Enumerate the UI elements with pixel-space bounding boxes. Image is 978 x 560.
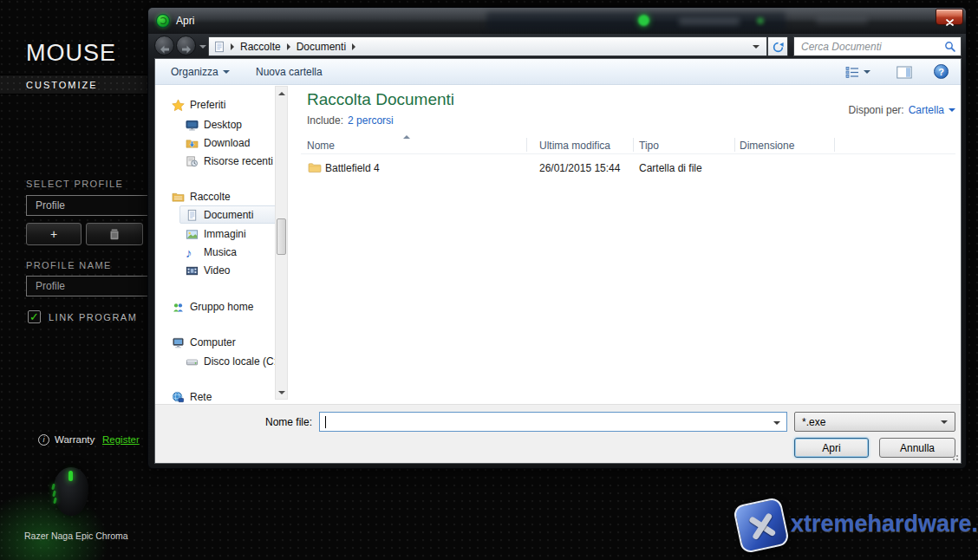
resize-grip-icon[interactable]: [949, 452, 958, 460]
new-folder-button[interactable]: Nuova cartella: [249, 59, 329, 85]
preview-pane-button[interactable]: [893, 59, 916, 85]
desktop-icon: [186, 119, 199, 132]
delete-profile-button[interactable]: [86, 223, 143, 245]
sort-ascending-icon: [403, 135, 410, 139]
tab-customize-label: CUSTOMIZE: [26, 80, 98, 90]
column-header-tipo[interactable]: Tipo: [639, 140, 659, 152]
sidebar-item-immagini[interactable]: Immagini: [186, 226, 246, 242]
sidebar-item-gruppo-home[interactable]: Gruppo home: [172, 299, 253, 315]
back-button[interactable]: [154, 36, 174, 55]
documents-library-icon: [186, 209, 199, 222]
warranty-label: Warranty: [55, 434, 95, 445]
filename-input[interactable]: [324, 414, 762, 429]
screen: MOUSE CUSTOMIZE SELECT PROFILE Profile +…: [0, 0, 978, 560]
open-button[interactable]: Apri: [794, 438, 869, 458]
register-link[interactable]: Register: [102, 434, 140, 445]
forward-icon: [181, 42, 192, 50]
help-button[interactable]: ?: [934, 64, 949, 79]
table-row[interactable]: Battlefield 4 26/01/2015 15:44 Cartella …: [303, 160, 955, 177]
sidebar-item-preferiti[interactable]: Preferiti: [172, 97, 225, 113]
videos-library-icon: [186, 264, 199, 277]
dialog-client-area: Organizza Nuova cartella: [154, 58, 962, 464]
chevron-down-icon: [864, 70, 870, 74]
sidebar-item-disco-locale[interactable]: Disco locale (C:): [186, 354, 280, 369]
profile-select[interactable]: Profile: [26, 195, 163, 216]
chevron-down-icon: [941, 420, 948, 424]
dialog-titlebar[interactable]: Apri: [148, 8, 966, 34]
breadcrumb-sep-icon[interactable]: [352, 43, 355, 50]
profile-select-value: Profile: [36, 199, 65, 212]
open-file-dialog: Apri: [147, 7, 967, 469]
library-title: Raccolta Documenti: [307, 90, 454, 109]
breadcrumb-item-raccolte[interactable]: Raccolte: [234, 41, 287, 53]
views-icon: [845, 66, 859, 79]
include-paths-link[interactable]: 2 percorsi: [348, 114, 394, 127]
search-icon[interactable]: [944, 41, 956, 53]
refresh-button[interactable]: [767, 36, 788, 56]
profile-name-input[interactable]: [27, 279, 148, 293]
cancel-button[interactable]: Annulla: [879, 438, 955, 458]
change-view-button[interactable]: [842, 59, 874, 85]
back-icon: [160, 42, 170, 50]
watermark-text: xtremehardware.com: [791, 511, 978, 537]
filetype-select[interactable]: *.exe: [794, 412, 955, 432]
glass-green-dot-2: [757, 17, 764, 24]
file-name: Battlefield 4: [325, 162, 380, 174]
sidebar-item-video[interactable]: Video: [186, 263, 230, 278]
chevron-down-icon: [949, 108, 955, 112]
organize-menu-button[interactable]: Organizza: [164, 59, 237, 85]
arrange-value[interactable]: Cartella: [909, 104, 944, 116]
filename-label: Nome file:: [155, 416, 312, 428]
tab-customize[interactable]: CUSTOMIZE: [0, 75, 147, 94]
forward-button[interactable]: [176, 36, 196, 55]
close-icon: [946, 14, 954, 21]
sidebar-item-download[interactable]: Download: [186, 135, 250, 151]
dialog-title: Apri: [176, 15, 194, 27]
address-dropdown-icon[interactable]: [753, 45, 760, 49]
favorites-star-icon: [172, 99, 185, 112]
recent-places-icon: [186, 155, 199, 168]
filename-dropdown-icon[interactable]: [773, 421, 780, 425]
plus-icon: +: [50, 227, 57, 241]
arrange-by-control[interactable]: Disponi per: Cartella: [849, 104, 955, 116]
sidebar-item-computer[interactable]: Computer: [172, 335, 236, 350]
content-area: Preferiti Desktop Download Risorse recen…: [155, 85, 961, 404]
add-profile-button[interactable]: +: [26, 223, 82, 245]
sidebar-item-musica[interactable]: ♪ Musica: [186, 244, 237, 260]
app-icon: [156, 14, 170, 28]
computer-icon: [172, 336, 185, 349]
local-disk-icon: [186, 355, 199, 368]
sidebar-item-desktop[interactable]: Desktop: [186, 117, 242, 133]
close-button[interactable]: [936, 9, 963, 25]
search-input[interactable]: [799, 39, 938, 54]
sidebar-item-rete[interactable]: Rete: [172, 389, 212, 404]
select-profile-label: SELECT PROFILE: [26, 179, 123, 189]
search-box: [793, 36, 962, 56]
music-library-icon: ♪: [186, 246, 199, 259]
breadcrumb[interactable]: Raccolte Documenti: [208, 36, 767, 56]
scrollbar-thumb[interactable]: [277, 218, 286, 255]
scroll-up-button[interactable]: [276, 87, 287, 100]
sidebar-item-raccolte[interactable]: Raccolte: [172, 189, 231, 205]
column-header-ultima-modifica[interactable]: Ultima modifica: [539, 140, 610, 152]
sidebar-item-risorse-recenti[interactable]: Risorse recenti: [186, 153, 273, 169]
homegroup-icon: [172, 301, 185, 314]
download-folder-icon: [186, 137, 199, 150]
trash-icon: [109, 229, 120, 240]
link-program-checkbox[interactable]: ✓: [28, 310, 41, 323]
scroll-down-button[interactable]: [276, 386, 287, 399]
breadcrumb-item-documenti[interactable]: Documenti: [290, 41, 352, 53]
glass-green-dot: [638, 15, 649, 26]
sidebar-scrollbar[interactable]: [275, 86, 288, 400]
history-dropdown-icon[interactable]: [199, 45, 206, 49]
pictures-library-icon: [186, 228, 199, 241]
file-list-panel: Raccolta Documenti Include:2 percorsi Di…: [301, 85, 961, 404]
sidebar-item-documenti[interactable]: Documenti: [186, 207, 253, 223]
column-header-dimensione[interactable]: Dimensione: [740, 140, 794, 152]
glass-blur-text-2: [816, 17, 868, 24]
arrange-label: Disponi per:: [849, 104, 904, 116]
column-header-nome[interactable]: Nome: [307, 140, 335, 152]
address-bar-row: Raccolte Documenti: [148, 34, 966, 58]
device-name-label: Razer Naga Epic Chroma: [24, 531, 128, 541]
file-type: Cartella di file: [639, 162, 702, 174]
